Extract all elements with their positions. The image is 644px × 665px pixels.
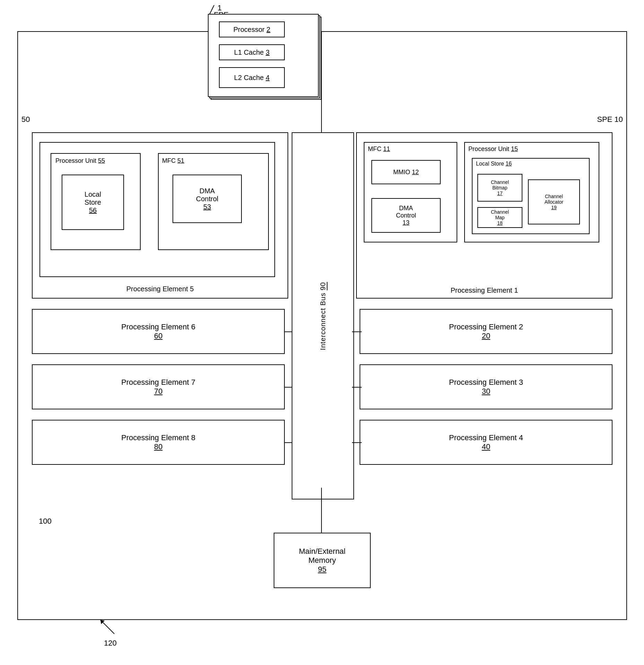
cb17-box: Channel Bitmap 17	[477, 174, 522, 202]
pe7-box: Processing Element 7 70	[32, 364, 285, 409]
conn-pe8	[285, 442, 292, 443]
ls56-box: Local Store 56	[62, 175, 124, 230]
pe3-box: Processing Element 3 30	[360, 364, 612, 409]
pe4-box: Processing Element 4 40	[360, 420, 612, 465]
label-50: 50	[21, 115, 30, 124]
processor-box: Processor 2	[219, 21, 285, 37]
label-120: 120	[104, 639, 117, 648]
conn-pe6	[285, 331, 292, 332]
outer-border: 50 SPE 10 Processor Unit 55 Local Store …	[17, 31, 627, 620]
mfc11-label: MFC 11	[368, 145, 390, 153]
box-spe10: MFC 11 MMIO 12 DMA Control 13 Processor …	[356, 132, 612, 299]
pe8-box: Processing Element 8 80	[32, 420, 285, 465]
ca19-box: Channel Allocator 19	[528, 179, 580, 224]
pe5-outer: Processor Unit 55 Local Store 56 MFC 51 …	[39, 142, 275, 277]
pu55-box: Processor Unit 55 Local Store 56	[51, 153, 141, 250]
mfc51-label: MFC 51	[162, 157, 184, 165]
interconnect-bus: Interconnect Bus 90	[292, 132, 354, 499]
dma13-box: DMA Control 13	[371, 198, 441, 233]
pe5-label: Processing Element 5	[33, 285, 288, 293]
mfc51-box: MFC 51 DMA Control 53	[158, 153, 269, 250]
mem-box: Main/External Memory 95	[274, 533, 371, 588]
pu15-box: Processor Unit 15 Local Store 16 Channel…	[464, 142, 599, 242]
ls16-box: Local Store 16 Channel Bitmap 17 Channel…	[472, 158, 590, 234]
ls16-label: Local Store 16	[476, 161, 512, 167]
mmio12-box: MMIO 12	[371, 160, 441, 184]
pu55-label: Processor Unit 55	[55, 157, 105, 165]
conn-pe2-r	[354, 331, 362, 332]
conn-pe3-r	[354, 387, 362, 388]
conn-pe7	[285, 387, 292, 388]
label-100: 100	[39, 517, 52, 526]
fpe-stack-front: Processor 2 L1 Cache 3 L2 Cache 4	[208, 14, 319, 97]
dma53-box: DMA Control 53	[173, 175, 242, 223]
conn-pe4-r	[354, 442, 362, 443]
l2cache-box: L2 Cache 4	[219, 67, 285, 88]
mfc11-box: MFC 11 MMIO 12 DMA Control 13	[364, 142, 457, 242]
pu15-label: Processor Unit 15	[468, 145, 518, 153]
pe1-label: Processing Element 1	[357, 286, 612, 294]
box-50: Processor Unit 55 Local Store 56 MFC 51 …	[32, 132, 288, 299]
arrow-120-svg	[97, 617, 118, 637]
cm18-box: Channel Map 18	[477, 207, 522, 228]
l1cache-box: L1 Cache 3	[219, 44, 285, 60]
interconnect-label: Interconnect Bus 90	[319, 282, 327, 350]
label-spe10: SPE 10	[597, 115, 623, 124]
pe2-box: Processing Element 2 20	[360, 309, 612, 354]
vline-bottom	[321, 488, 322, 533]
pe6-box: Processing Element 6 60	[32, 309, 285, 354]
diagram-container: 50 SPE 10 Processor Unit 55 Local Store …	[10, 10, 634, 655]
